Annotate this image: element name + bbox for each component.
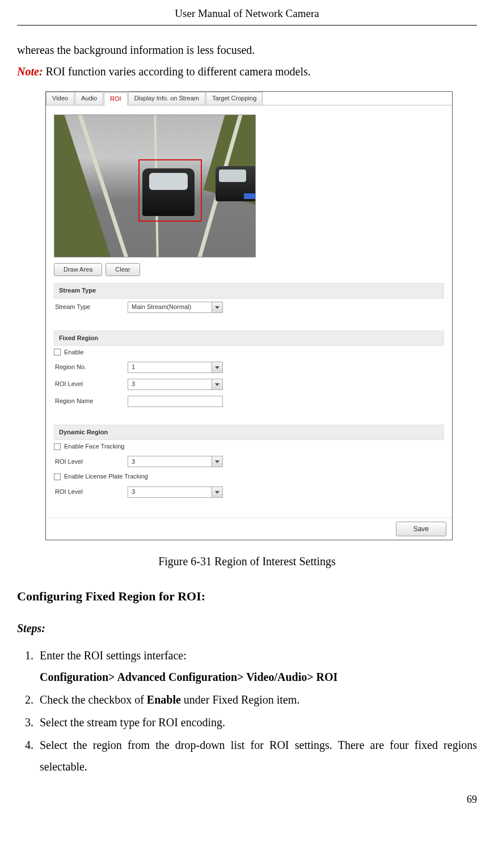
page-header: User Manual of Network Camera [17, 0, 477, 26]
chevron-down-icon [215, 460, 219, 463]
roi-selection-box[interactable] [138, 159, 202, 222]
stream-type-value: Main Stream(Normal) [132, 303, 191, 311]
dyn-roi-level-value-1: 3 [132, 458, 135, 465]
enable-fixed-region-checkbox[interactable] [54, 349, 61, 355]
region-no-label: Region No. [54, 363, 128, 371]
step-2-c: under Fixed Region item. [181, 693, 299, 706]
figure-caption: Figure 6-31 Region of Interest Settings [17, 551, 477, 572]
dyn-roi-level-select-2[interactable]: 3 [128, 486, 223, 498]
note-label: Note: [17, 65, 43, 78]
stream-type-label: Stream Type [54, 303, 128, 311]
save-button[interactable]: Save [396, 522, 446, 536]
step-1-path: Configuration> Advanced Configuration> V… [40, 671, 337, 683]
figure-region-of-interest: Video Audio ROI Display Info. on Stream … [45, 91, 477, 540]
chevron-down-icon [215, 366, 219, 369]
chevron-down-icon [215, 306, 219, 309]
region-name-label: Region Name [54, 397, 128, 405]
region-no-select[interactable]: 1 [128, 362, 223, 373]
video-preview[interactable] [54, 115, 256, 257]
region-no-value: 1 [132, 363, 135, 371]
tab-roi[interactable]: ROI [104, 92, 128, 105]
fixed-roi-level-value: 3 [132, 380, 135, 388]
enable-face-tracking-label: Enable Face Tracking [64, 443, 124, 450]
note-text: ROI function varies according to differe… [43, 65, 311, 78]
enable-plate-tracking-checkbox[interactable] [54, 473, 61, 480]
clear-button[interactable]: Clear [105, 263, 140, 276]
dyn-roi-level-select-1[interactable]: 3 [128, 456, 223, 467]
step-1: Enter the ROI settings interface: Config… [36, 645, 477, 688]
step-2-b: Enable [147, 693, 181, 706]
enable-fixed-region-label: Enable [64, 349, 83, 356]
car-secondary [216, 166, 256, 201]
tab-bar: Video Audio ROI Display Info. on Stream … [46, 92, 452, 105]
fixed-roi-level-select[interactable]: 3 [128, 379, 223, 390]
enable-plate-tracking-label: Enable License Plate Tracking [64, 473, 148, 480]
chevron-down-icon [215, 383, 219, 386]
step-3: Select the stream type for ROI encoding. [36, 712, 477, 733]
stream-type-header: Stream Type [54, 283, 444, 298]
intro-text: whereas the background information is le… [17, 39, 477, 61]
dyn-roi-level-value-2: 3 [132, 488, 135, 496]
dynamic-region-header: Dynamic Region [54, 425, 444, 440]
dyn-roi-level-label-2: ROI Level [54, 488, 128, 496]
tab-target-cropping[interactable]: Target Cropping [206, 92, 263, 105]
step-4: Select the region from the drop-down lis… [36, 734, 477, 777]
stream-type-select[interactable]: Main Stream(Normal) [128, 302, 223, 313]
step-2: Check the checkbox of Enable under Fixed… [36, 689, 477, 710]
section-heading: Configuring Fixed Region for ROI: [17, 585, 477, 608]
note-line: Note: ROI function varies according to d… [17, 61, 477, 82]
step-2-a: Check the checkbox of [40, 693, 147, 706]
chevron-down-icon [215, 491, 219, 494]
steps-list: Enter the ROI settings interface: Config… [17, 645, 477, 777]
tab-video[interactable]: Video [46, 92, 74, 105]
steps-heading: Steps: [17, 617, 477, 639]
fixed-region-header: Fixed Region [54, 331, 444, 346]
dyn-roi-level-label-1: ROI Level [54, 458, 128, 465]
draw-area-button[interactable]: Draw Area [54, 263, 102, 276]
step-1-line-a: Enter the ROI settings interface: [40, 649, 187, 662]
region-name-input[interactable] [128, 396, 223, 407]
tab-audio[interactable]: Audio [75, 92, 103, 105]
page-number: 69 [17, 790, 477, 809]
tab-display-info[interactable]: Display Info. on Stream [128, 92, 205, 105]
fixed-roi-level-label: ROI Level [54, 380, 128, 388]
enable-face-tracking-checkbox[interactable] [54, 443, 61, 450]
